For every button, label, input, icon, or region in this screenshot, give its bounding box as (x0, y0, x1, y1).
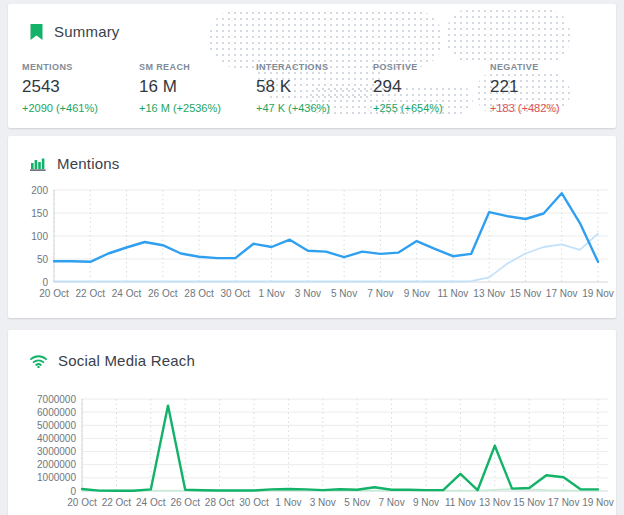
metric-value: 2543 (22, 77, 139, 97)
svg-text:28 Oct: 28 Oct (205, 497, 235, 508)
svg-text:5000000: 5000000 (37, 420, 76, 431)
svg-text:15 Nov: 15 Nov (513, 497, 545, 508)
reach-line-chart[interactable]: 0100000020000003000000400000050000006000… (10, 385, 616, 515)
svg-text:2000000: 2000000 (37, 459, 76, 470)
svg-text:0: 0 (70, 486, 76, 497)
metric-value: 58 K (256, 77, 373, 97)
metric-sm-reach: SM REACH 16 M +16 M (+2536%) (139, 62, 256, 114)
svg-text:17 Nov: 17 Nov (548, 497, 580, 508)
svg-text:6000000: 6000000 (37, 407, 76, 418)
reach-title: Social Media Reach (58, 352, 195, 369)
metric-value: 16 M (139, 77, 256, 97)
svg-text:150: 150 (31, 208, 48, 219)
mentions-line-chart[interactable]: 05010015020020 Oct22 Oct24 Oct26 Oct28 O… (10, 176, 616, 308)
svg-text:7 Nov: 7 Nov (367, 288, 393, 299)
svg-text:100: 100 (31, 231, 48, 242)
svg-text:1 Nov: 1 Nov (275, 497, 301, 508)
svg-text:13 Nov: 13 Nov (479, 497, 511, 508)
svg-text:30 Oct: 30 Oct (221, 288, 251, 299)
svg-text:26 Oct: 26 Oct (170, 497, 200, 508)
reach-header: Social Media Reach (8, 330, 616, 369)
svg-text:19 Nov: 19 Nov (582, 288, 614, 299)
metric-negative: NEGATIVE 221 +183 (+482%) (490, 62, 607, 114)
wifi-icon (30, 354, 47, 368)
svg-text:9 Nov: 9 Nov (413, 497, 439, 508)
metric-positive: POSITIVE 294 +255 (+654%) (373, 62, 490, 114)
summary-card: Summary MENTIONS 2543 +2090 (+461%) SM R… (8, 4, 616, 128)
svg-text:7000000: 7000000 (37, 394, 76, 405)
svg-text:5 Nov: 5 Nov (331, 288, 357, 299)
metric-label: SM REACH (139, 62, 256, 72)
summary-title: Summary (54, 23, 120, 40)
svg-text:5 Nov: 5 Nov (344, 497, 370, 508)
svg-text:24 Oct: 24 Oct (112, 288, 142, 299)
svg-text:1000000: 1000000 (37, 472, 76, 483)
social-media-reach-card: Social Media Reach 010000002000000300000… (8, 330, 616, 515)
svg-text:1 Nov: 1 Nov (259, 288, 285, 299)
svg-text:11 Nov: 11 Nov (437, 288, 468, 299)
metric-label: POSITIVE (373, 62, 490, 72)
metric-interactions: INTERACTIONS 58 K +47 K (+436%) (256, 62, 373, 114)
metric-delta: +16 M (+2536%) (139, 102, 256, 114)
metric-label: MENTIONS (22, 62, 139, 72)
metric-mentions: MENTIONS 2543 +2090 (+461%) (22, 62, 139, 114)
svg-text:200: 200 (31, 185, 48, 196)
bookmark-icon (30, 24, 43, 40)
svg-text:3 Nov: 3 Nov (310, 497, 336, 508)
svg-text:11 Nov: 11 Nov (445, 497, 476, 508)
metric-delta: +255 (+654%) (373, 102, 490, 114)
svg-text:50: 50 (37, 254, 49, 265)
svg-text:3000000: 3000000 (37, 446, 76, 457)
svg-text:13 Nov: 13 Nov (473, 288, 505, 299)
bar-chart-icon (30, 157, 46, 171)
svg-text:22 Oct: 22 Oct (102, 497, 132, 508)
summary-header: Summary (8, 4, 616, 40)
metric-value: 221 (490, 77, 607, 97)
svg-text:7 Nov: 7 Nov (379, 497, 405, 508)
svg-text:28 Oct: 28 Oct (184, 288, 214, 299)
metric-value: 294 (373, 77, 490, 97)
mentions-title: Mentions (57, 155, 119, 172)
svg-text:20 Oct: 20 Oct (39, 288, 69, 299)
svg-text:3 Nov: 3 Nov (295, 288, 321, 299)
summary-metrics-row: MENTIONS 2543 +2090 (+461%) SM REACH 16 … (22, 62, 608, 114)
metric-delta: +47 K (+436%) (256, 102, 373, 114)
svg-text:9 Nov: 9 Nov (404, 288, 430, 299)
metric-label: INTERACTIONS (256, 62, 373, 72)
svg-text:26 Oct: 26 Oct (148, 288, 178, 299)
svg-text:15 Nov: 15 Nov (510, 288, 542, 299)
svg-text:19 Nov: 19 Nov (582, 497, 614, 508)
svg-text:30 Oct: 30 Oct (239, 497, 269, 508)
svg-text:20 Oct: 20 Oct (67, 497, 97, 508)
svg-text:0: 0 (42, 277, 48, 288)
mentions-card: Mentions 05010015020020 Oct22 Oct24 Oct2… (8, 136, 616, 318)
metric-delta: +2090 (+461%) (22, 102, 139, 114)
metric-delta: +183 (+482%) (490, 102, 607, 114)
svg-text:4000000: 4000000 (37, 433, 76, 444)
svg-text:22 Oct: 22 Oct (76, 288, 106, 299)
svg-text:24 Oct: 24 Oct (136, 497, 166, 508)
mentions-header: Mentions (8, 136, 616, 172)
svg-text:17 Nov: 17 Nov (546, 288, 578, 299)
metric-label: NEGATIVE (490, 62, 607, 72)
